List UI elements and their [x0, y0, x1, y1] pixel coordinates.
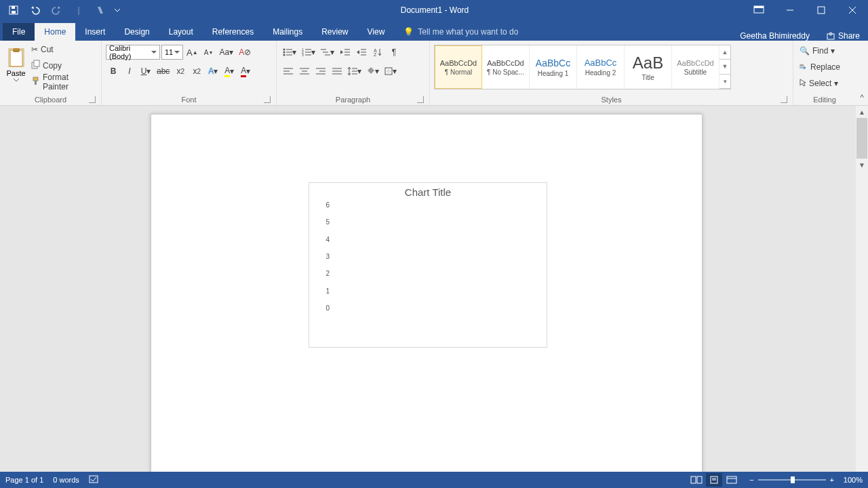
share-button[interactable]: Share: [818, 31, 868, 41]
style--normal[interactable]: AaBbCcDd¶ Normal: [435, 45, 482, 89]
justify-button[interactable]: [330, 64, 344, 79]
cursor-icon: [800, 79, 806, 89]
close-button[interactable]: [837, 0, 868, 20]
highlight-button[interactable]: A▾: [222, 64, 237, 79]
document-area[interactable]: Chart Title 0123456: [0, 106, 856, 472]
tab-mailings[interactable]: Mailings: [263, 23, 312, 41]
user-name[interactable]: Geetha Bhimireddy: [732, 31, 818, 41]
tab-design[interactable]: Design: [115, 23, 159, 41]
subscript-button[interactable]: x2: [173, 64, 188, 79]
clipboard-dialog-launcher[interactable]: [89, 96, 96, 103]
page-indicator[interactable]: Page 1 of 1: [5, 476, 43, 484]
strikethrough-button[interactable]: abc: [155, 64, 172, 79]
save-button[interactable]: [4, 1, 23, 20]
shrink-font-button[interactable]: A▼: [201, 45, 216, 60]
zoom-slider-thumb[interactable]: [791, 476, 795, 483]
font-name-combo[interactable]: Calibri (Body): [106, 45, 160, 60]
chart-title[interactable]: Chart Title: [309, 183, 547, 199]
decrease-indent-button[interactable]: [338, 45, 353, 60]
ribbon-display-options[interactable]: [743, 0, 774, 20]
sort-button[interactable]: AZ: [370, 45, 385, 60]
spellcheck-icon[interactable]: [89, 474, 100, 485]
qat-customize[interactable]: [113, 1, 122, 20]
numbering-button[interactable]: 123▾: [300, 45, 317, 60]
style-scroll-up[interactable]: ▲: [719, 45, 730, 60]
zoom-level[interactable]: 100%: [838, 476, 863, 484]
tell-me-placeholder: Tell me what you want to do: [418, 27, 518, 37]
replace-button[interactable]: abReplace: [797, 60, 846, 75]
svg-text:3: 3: [302, 53, 304, 57]
align-left-button[interactable]: [281, 64, 296, 79]
bullets-button[interactable]: ▾: [281, 45, 298, 60]
select-button[interactable]: Select▾: [797, 76, 846, 91]
chart-plot-area[interactable]: 0123456: [316, 205, 537, 306]
grow-font-button[interactable]: A▲: [184, 45, 200, 60]
underline-button[interactable]: U▾: [138, 64, 153, 79]
zoom-out-button[interactable]: −: [749, 476, 753, 484]
maximize-button[interactable]: [806, 0, 837, 20]
redo-button[interactable]: [47, 1, 66, 20]
scroll-up-button[interactable]: ▲: [856, 106, 868, 118]
tab-insert[interactable]: Insert: [75, 23, 115, 41]
svg-rect-17: [35, 81, 37, 85]
clear-formatting-button[interactable]: A⊘: [237, 45, 253, 60]
tab-view[interactable]: View: [358, 23, 395, 41]
tab-file[interactable]: File: [3, 23, 35, 41]
tell-me-search[interactable]: 💡 Tell me what you want to do: [403, 23, 518, 41]
zoom-in-button[interactable]: +: [830, 476, 834, 484]
tab-home[interactable]: Home: [35, 23, 75, 41]
shading-button[interactable]: ▾: [365, 64, 381, 79]
style-title[interactable]: AaBTitle: [625, 45, 672, 89]
qat-divider: |: [69, 1, 88, 20]
read-mode-button[interactable]: [688, 473, 705, 487]
tab-layout[interactable]: Layout: [159, 23, 203, 41]
vertical-scrollbar[interactable]: ▲ ▼: [856, 106, 868, 472]
font-dialog-launcher[interactable]: [264, 96, 271, 103]
tab-review[interactable]: Review: [312, 23, 357, 41]
style-subtitle[interactable]: AaBbCcDdSubtitle: [672, 45, 719, 89]
find-button[interactable]: 🔍Find▾: [797, 43, 846, 58]
svg-point-20: [283, 52, 285, 54]
print-layout-button[interactable]: [706, 473, 722, 487]
title-bar: | Document1 - Word: [0, 0, 868, 20]
italic-button[interactable]: I: [122, 64, 137, 79]
styles-dialog-launcher[interactable]: [781, 96, 787, 103]
chart-y-axis: 0123456: [316, 205, 332, 306]
align-right-button[interactable]: [313, 64, 328, 79]
change-case-button[interactable]: Aa▾: [218, 45, 236, 60]
word-count[interactable]: 0 words: [53, 476, 79, 484]
paragraph-dialog-launcher[interactable]: [417, 96, 424, 103]
show-marks-button[interactable]: ¶: [387, 45, 401, 60]
superscript-button[interactable]: x2: [189, 64, 204, 79]
scroll-thumb[interactable]: [856, 118, 867, 159]
style--no-spac-[interactable]: AaBbCcDd¶ No Spac...: [482, 45, 530, 89]
multilevel-list-button[interactable]: ▾: [319, 45, 336, 60]
touch-mode-button[interactable]: [91, 1, 110, 20]
undo-button[interactable]: [26, 1, 45, 20]
font-size-combo[interactable]: 11: [161, 45, 183, 60]
minimize-button[interactable]: [774, 0, 806, 20]
align-center-button[interactable]: [297, 64, 312, 79]
bold-button[interactable]: B: [106, 64, 121, 79]
style-heading-1[interactable]: AaBbCcHeading 1: [530, 45, 577, 89]
style-more[interactable]: ▾: [719, 75, 730, 89]
paste-button[interactable]: Paste: [4, 42, 28, 87]
web-layout-button[interactable]: [724, 473, 740, 487]
zoom-slider[interactable]: [758, 479, 826, 481]
style-heading-2[interactable]: AaBbCcHeading 2: [577, 45, 625, 89]
cut-button[interactable]: ✂Cut: [29, 42, 97, 57]
format-painter-button[interactable]: Format Painter: [29, 75, 97, 89]
text-effects-button[interactable]: A▾: [205, 64, 220, 79]
style-scroll-down[interactable]: ▼: [719, 60, 730, 74]
copy-button[interactable]: Copy: [29, 58, 97, 73]
svg-point-18: [283, 49, 285, 51]
font-color-button[interactable]: A▾: [238, 64, 253, 79]
tab-references[interactable]: References: [203, 23, 263, 41]
borders-button[interactable]: ▾: [382, 64, 399, 79]
increase-indent-button[interactable]: [354, 45, 369, 60]
embedded-chart[interactable]: Chart Title 0123456: [309, 182, 547, 348]
page[interactable]: Chart Title 0123456: [151, 114, 703, 472]
collapse-ribbon-button[interactable]: ^: [856, 41, 868, 105]
line-spacing-button[interactable]: ▾: [346, 64, 363, 79]
scroll-down-button[interactable]: ▼: [856, 159, 868, 171]
